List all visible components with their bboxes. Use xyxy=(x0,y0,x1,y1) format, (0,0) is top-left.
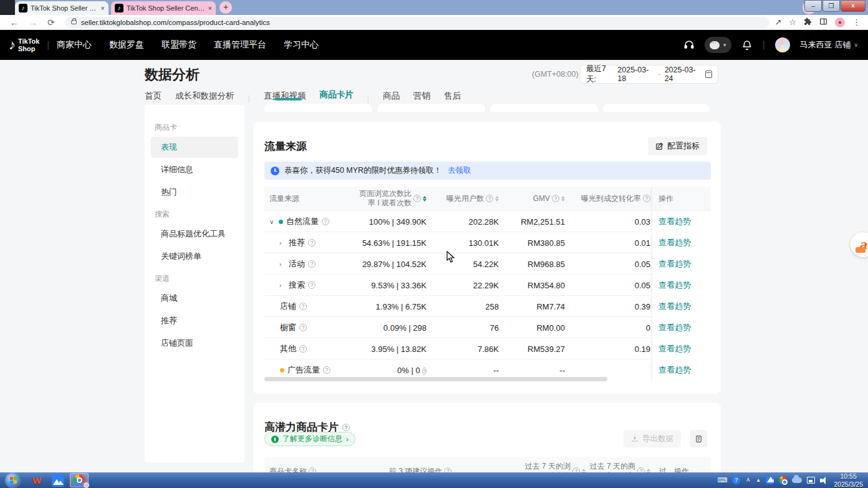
info-icon[interactable]: ? xyxy=(308,239,316,246)
sort-icon[interactable] xyxy=(423,196,427,202)
view-trend-link[interactable]: 查看趋势 xyxy=(658,280,691,290)
tab-首页[interactable]: 首页 xyxy=(145,90,162,107)
source-name-cell[interactable]: 橱窗? xyxy=(264,322,358,333)
tiktok-shop-logo[interactable]: ♪ TikTokShop xyxy=(9,37,39,53)
help-tray-icon[interactable]: ? xyxy=(732,476,740,484)
sidebar-item-商品标题优化工具[interactable]: 商品标题优化工具 xyxy=(151,223,238,245)
forward-icon[interactable]: → xyxy=(29,17,37,27)
topnav-item-4[interactable]: 学习中心 xyxy=(284,39,319,51)
horizontal-scrollbar[interactable] xyxy=(264,377,607,381)
claim-link[interactable]: 去领取 xyxy=(448,165,471,176)
taskbar-clock[interactable]: 10:55 2025/3/25 xyxy=(834,472,863,487)
info-icon[interactable]: ? xyxy=(299,324,307,331)
view-trend-link[interactable]: 查看趋势 xyxy=(658,259,691,268)
tab-close-icon[interactable]: × xyxy=(101,4,105,12)
info-icon[interactable]: ? xyxy=(413,195,421,202)
sort-icon[interactable] xyxy=(561,196,565,202)
store-switcher[interactable]: 马来西亚 店铺 ∨ xyxy=(800,39,858,51)
chrome-taskbar-icon[interactable] xyxy=(70,473,89,487)
source-name-cell[interactable]: ›推荐? xyxy=(264,237,358,248)
back-icon[interactable]: ← xyxy=(10,17,19,27)
messages-pill[interactable]: ▾ xyxy=(705,37,731,53)
start-button[interactable] xyxy=(5,472,21,488)
topnav-item-1[interactable]: 数据罗盘 xyxy=(109,39,144,51)
info-icon[interactable]: ? xyxy=(308,281,316,289)
legend-dot xyxy=(279,220,283,224)
sidebar-item-店铺页面[interactable]: 店铺页面 xyxy=(151,333,238,354)
close-button[interactable]: × xyxy=(841,0,866,12)
export-data-button[interactable]: 导出数据 xyxy=(624,430,681,447)
wps-office-icon[interactable]: W xyxy=(27,473,46,487)
tray-app-icon[interactable] xyxy=(766,476,774,484)
minimize-button[interactable]: – xyxy=(804,0,822,12)
view-trend-link[interactable]: 查看趋势 xyxy=(658,323,691,332)
reload-icon[interactable]: ⟳ xyxy=(47,17,55,27)
network-icon[interactable] xyxy=(807,477,815,484)
source-name-cell[interactable]: ›搜索? xyxy=(264,280,358,291)
source-name-cell[interactable]: 广告流量? xyxy=(264,364,358,376)
floating-partner-logo[interactable]: a xyxy=(851,232,868,257)
info-icon[interactable]: ? xyxy=(308,260,316,268)
info-icon[interactable]: ? xyxy=(486,195,493,202)
share-icon[interactable]: ↗ xyxy=(774,17,781,27)
view-trend-link[interactable]: 查看趋势 xyxy=(658,301,691,311)
sort-icon[interactable] xyxy=(495,196,499,202)
extensions-icon[interactable] xyxy=(804,17,812,27)
tray-expand-icon[interactable]: ▲ xyxy=(756,477,761,483)
collapse-icon[interactable]: ∨ xyxy=(269,218,276,225)
configure-metrics-button[interactable]: 配置指标 xyxy=(648,137,707,155)
view-trend-link[interactable]: 查看趋势 xyxy=(658,365,691,374)
topnav-item-0[interactable]: 商家中心 xyxy=(57,39,92,51)
view-trend-link[interactable]: 查看趋势 xyxy=(658,344,691,353)
address-bar[interactable]: seller.tiktokglobalshop.com/compass/prod… xyxy=(65,17,770,28)
volume-icon[interactable] xyxy=(820,477,829,484)
browser-profile-avatar[interactable]: ● xyxy=(835,17,845,27)
diagnostic-info-link[interactable]: 了解更多诊断信息 › xyxy=(264,432,355,446)
notification-bell-icon[interactable] xyxy=(741,39,753,51)
source-name-cell[interactable]: 其他? xyxy=(264,343,358,354)
tab-成长和数据分析[interactable]: 成长和数据分析 xyxy=(175,90,234,107)
info-icon[interactable]: ? xyxy=(342,424,350,431)
info-icon[interactable]: ? xyxy=(299,345,307,353)
page-title: 数据分析 xyxy=(145,66,200,84)
info-icon[interactable]: ? xyxy=(552,195,559,202)
sidebar-item-详细信息[interactable]: 详细信息 xyxy=(151,159,238,180)
source-name-cell[interactable]: 店铺? xyxy=(264,301,358,312)
sidebar-item-表现[interactable]: 表现 xyxy=(151,137,238,158)
support-headset-icon[interactable] xyxy=(683,39,695,51)
cloud-sync-icon[interactable] xyxy=(792,477,802,483)
browser-tab-2[interactable]: ♪ TikTok Shop Seller Center | Cr × xyxy=(111,1,216,15)
expand-icon[interactable]: › xyxy=(279,240,286,246)
docs-app-icon[interactable] xyxy=(49,473,67,487)
sidebar-item-推荐[interactable]: 推荐 xyxy=(151,310,238,331)
new-tab-button[interactable]: + xyxy=(219,1,232,14)
info-icon[interactable]: ? xyxy=(299,303,307,310)
info-icon[interactable]: ? xyxy=(643,195,650,202)
side-panel-icon[interactable] xyxy=(819,17,827,27)
source-name-cell[interactable]: ›活动? xyxy=(264,258,358,270)
expand-icon[interactable]: › xyxy=(279,261,286,268)
view-trend-link[interactable]: 查看趋势 xyxy=(658,217,691,226)
info-icon[interactable]: ? xyxy=(422,368,427,375)
language-icon[interactable]: Ａ xyxy=(745,476,751,484)
report-doc-button[interactable] xyxy=(690,430,707,447)
sidebar-item-热门[interactable]: 热门 xyxy=(151,182,238,203)
tray-chrome-icon[interactable] xyxy=(779,476,787,484)
bookmark-star-icon[interactable]: ☆ xyxy=(789,17,796,27)
browser-tab-1[interactable]: ♪ TikTok Shop Seller Center | Cr × xyxy=(15,1,109,15)
info-icon[interactable]: ? xyxy=(323,366,330,374)
input-method-icon[interactable]: ⌨ xyxy=(717,476,727,484)
kebab-menu-icon[interactable]: ⋮ xyxy=(852,17,861,27)
info-icon[interactable]: ? xyxy=(322,218,329,225)
ratio-cell: 0% | 0 ? xyxy=(358,366,428,375)
tab-close-icon[interactable]: × xyxy=(208,4,212,12)
sidebar-item-商城[interactable]: 商城 xyxy=(151,288,238,309)
topnav-item-2[interactable]: 联盟带货 xyxy=(162,39,196,51)
topnav-item-3[interactable]: 直播管理平台 xyxy=(214,39,266,51)
sidebar-item-关键词榜单[interactable]: 关键词榜单 xyxy=(151,246,238,267)
source-name-cell[interactable]: ∨自然流量? xyxy=(264,216,358,227)
maximize-button[interactable]: ❐ xyxy=(822,0,840,12)
expand-icon[interactable]: › xyxy=(279,282,286,289)
view-trend-link[interactable]: 查看趋势 xyxy=(658,238,691,247)
store-avatar[interactable] xyxy=(775,37,790,52)
